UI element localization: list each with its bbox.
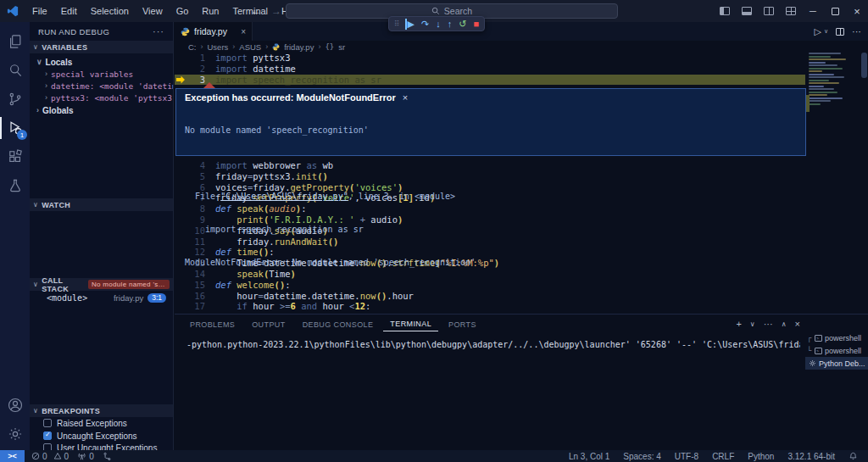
- language-mode-status[interactable]: Python: [748, 452, 774, 461]
- views-more-actions-icon[interactable]: ···: [153, 26, 164, 36]
- menu-view[interactable]: View: [136, 0, 170, 22]
- tab-close-icon[interactable]: ×: [241, 27, 246, 36]
- code-text[interactable]: import datetime: [205, 64, 296, 75]
- minimap[interactable]: [809, 53, 860, 146]
- explorer-icon[interactable]: [0, 27, 30, 56]
- drag-grip-icon[interactable]: ⠿: [394, 19, 398, 28]
- menu-go[interactable]: Go: [170, 0, 196, 22]
- terminal-dropdown-icon[interactable]: ∨: [750, 320, 755, 328]
- search-view-icon[interactable]: [0, 56, 30, 85]
- editor-scrollbar[interactable]: [861, 53, 867, 78]
- code-line[interactable]: 17 if hour >=6 and hour <12:: [175, 301, 805, 312]
- toggle-sidebar-icon[interactable]: [714, 0, 736, 22]
- breakpoints-section-header[interactable]: ∨ BREAKPOINTS: [30, 404, 173, 417]
- code-line[interactable]: 1import pyttsx3: [175, 53, 805, 64]
- ports-status[interactable]: 0: [77, 452, 94, 461]
- breadcrumb-symbol[interactable]: sr: [338, 42, 345, 52]
- split-editor-icon[interactable]: [836, 28, 844, 36]
- run-python-file-button[interactable]: ▷: [814, 26, 821, 37]
- code-line[interactable]: 3import speech_recognition as sr: [175, 75, 805, 86]
- code-editor[interactable]: 1import pyttsx32import datetime3import s…: [175, 53, 805, 85]
- debug-session-icon[interactable]: [103, 452, 112, 461]
- python-interpreter-status[interactable]: 3.12.1 64-bit: [787, 452, 835, 461]
- code-text[interactable]: hour=datetime.datetime.now().hour: [205, 291, 414, 302]
- breadcrumb-users[interactable]: Users: [208, 42, 229, 52]
- breakpoint-raised-exceptions[interactable]: Raised Exceptions: [30, 417, 173, 429]
- run-and-debug-icon[interactable]: 1: [0, 114, 30, 142]
- minimize-button[interactable]: ─: [802, 0, 824, 22]
- line-number[interactable]: 1: [186, 53, 205, 64]
- code-line[interactable]: 2import datetime: [175, 64, 805, 75]
- maximize-panel-icon[interactable]: ∧: [782, 320, 787, 328]
- indentation-status[interactable]: Spaces: 4: [623, 452, 660, 461]
- remote-indicator[interactable]: ><: [0, 450, 25, 462]
- call-stack-section-header[interactable]: ∨ CALL STACK No module named 'speech_rec…: [30, 278, 173, 291]
- menu-edit[interactable]: Edit: [54, 0, 84, 22]
- variables-scope-locals[interactable]: ∨ Locals: [30, 56, 173, 68]
- terminal-output[interactable]: -python.python-2023.22.1\pythonFiles\lib…: [186, 340, 800, 349]
- tab-terminal[interactable]: TERMINAL: [383, 316, 438, 331]
- watch-section-header[interactable]: ∨ WATCH: [30, 198, 173, 211]
- customize-layout-icon[interactable]: [780, 0, 802, 22]
- checkbox[interactable]: [43, 419, 52, 427]
- forward-arrow-icon[interactable]: →: [271, 5, 281, 17]
- errors-warnings-status[interactable]: 0 0: [31, 452, 69, 461]
- breadcrumb-asus[interactable]: ASUS: [239, 42, 261, 52]
- breadcrumb-drive[interactable]: C:: [188, 42, 197, 52]
- breakpoint-gutter[interactable]: [175, 64, 186, 75]
- breakpoint-uncaught-exceptions[interactable]: Uncaught Exceptions: [30, 430, 173, 442]
- debug-step-into-button[interactable]: ↓: [436, 19, 441, 29]
- variables-datetime[interactable]: › datetime: <module 'datetime' …: [30, 80, 173, 92]
- code-line[interactable]: 16 hour=datetime.datetime.now().hour: [175, 291, 805, 302]
- tab-ports[interactable]: PORTS: [442, 317, 483, 331]
- menu-file[interactable]: File: [25, 0, 54, 22]
- settings-gear-icon[interactable]: [0, 420, 30, 448]
- breakpoint-gutter[interactable]: [175, 291, 186, 302]
- back-arrow-icon[interactable]: ←: [251, 5, 261, 17]
- exception-close-icon[interactable]: ×: [403, 92, 408, 103]
- file-link[interactable]: "C:\Users\ASUS\friday.py": [220, 192, 348, 201]
- debug-restart-button[interactable]: ↺: [459, 19, 466, 30]
- close-window-button[interactable]: ×: [846, 0, 868, 22]
- menu-run[interactable]: Run: [195, 0, 225, 22]
- terminal-item-python-debug[interactable]: Python Deb...: [805, 357, 868, 370]
- debug-continue-button[interactable]: ▶: [405, 19, 415, 30]
- run-dropdown-icon[interactable]: ∨: [824, 28, 828, 35]
- breakpoint-gutter[interactable]: [175, 301, 186, 312]
- line-number[interactable]: 16: [186, 291, 205, 302]
- toggle-secondary-sidebar-icon[interactable]: [758, 0, 780, 22]
- tab-debug-console[interactable]: DEBUG CONSOLE: [296, 317, 381, 331]
- editor-more-actions-icon[interactable]: ···: [852, 26, 861, 36]
- line-number[interactable]: 2: [186, 64, 205, 75]
- tab-friday-py[interactable]: friday.py ×: [175, 22, 253, 41]
- variables-pyttsx3[interactable]: › pyttsx3: <module 'pyttsx3' fr…: [30, 92, 173, 103]
- cursor-position-status[interactable]: Ln 3, Col 1: [569, 452, 609, 461]
- breakpoint-gutter[interactable]: [175, 53, 186, 64]
- code-text[interactable]: import pyttsx3: [205, 53, 291, 64]
- variables-scope-globals[interactable]: › Globals: [30, 104, 173, 116]
- tab-output[interactable]: OUTPUT: [245, 317, 292, 331]
- accounts-icon[interactable]: [0, 391, 30, 420]
- line-number[interactable]: 17: [186, 301, 205, 312]
- extensions-icon[interactable]: [0, 142, 30, 171]
- breakpoint-gutter[interactable]: [175, 75, 186, 86]
- new-terminal-icon[interactable]: +: [736, 319, 741, 329]
- testing-icon[interactable]: [0, 171, 30, 200]
- variables-section-header[interactable]: ∨ VARIABLES: [30, 41, 173, 53]
- checkbox[interactable]: [43, 431, 52, 440]
- call-stack-frame[interactable]: <module> friday.py 3:1: [30, 292, 173, 304]
- breadcrumb-file[interactable]: friday.py: [284, 42, 314, 52]
- code-text[interactable]: import speech_recognition as sr: [205, 75, 381, 86]
- tab-problems[interactable]: PROBLEMS: [183, 317, 242, 331]
- menu-selection[interactable]: Selection: [84, 0, 136, 22]
- terminal-item-powershell-2[interactable]: └ > powershell: [805, 344, 868, 357]
- terminal-item-powershell-1[interactable]: ┌ > powershell: [805, 331, 868, 344]
- debug-step-over-button[interactable]: ↷: [421, 19, 429, 30]
- line-number[interactable]: 3: [186, 75, 205, 86]
- debug-step-out-button[interactable]: ↑: [448, 19, 453, 29]
- encoding-status[interactable]: UTF-8: [675, 452, 698, 461]
- panel-more-actions-icon[interactable]: ···: [764, 319, 773, 329]
- notifications-bell-icon[interactable]: [849, 452, 858, 461]
- eol-status[interactable]: CRLF: [712, 452, 734, 461]
- variables-special[interactable]: › special variables: [30, 68, 173, 80]
